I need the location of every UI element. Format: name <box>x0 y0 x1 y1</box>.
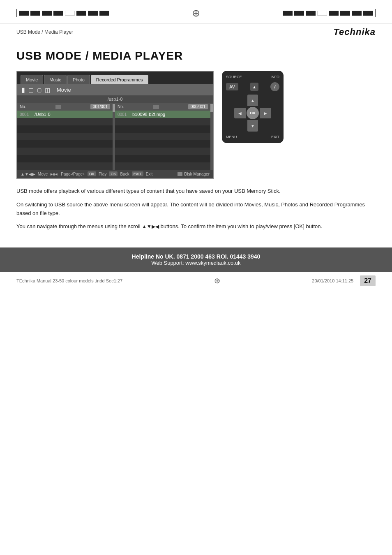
tab-movie[interactable]: Movie <box>21 75 43 84</box>
play-label: Play <box>99 172 106 176</box>
nav-arrows: ▲▼▶◀ <box>142 224 159 229</box>
tv-title-bar: ▮ ◫ ▢ ◫ Movie <box>17 84 213 95</box>
file-browser: No. 001/001 0001 /Usb1-0 <box>17 103 213 170</box>
menu-label: MENU <box>226 135 237 139</box>
tv-path-bar: /usb1-0 <box>17 95 213 103</box>
tab-music[interactable]: Music <box>44 75 67 84</box>
left-file-panel: No. 001/001 0001 /Usb1-0 <box>17 103 113 170</box>
screenshot-area: Movie Music Photo Recorded Programmes ▮ … <box>16 71 376 179</box>
tab-photo[interactable]: Photo <box>67 75 90 84</box>
header: USB Mode / Media Player Technika <box>0 23 392 41</box>
folder-icon-4: ◫ <box>45 87 50 93</box>
left-file-item-4[interactable] <box>17 133 113 140</box>
header-subtitle: USB Mode / Media Player <box>16 29 73 35</box>
right-panel-folder-icon <box>153 105 159 109</box>
exit-btn[interactable]: EXIT <box>132 171 143 176</box>
left-file-item-1[interactable]: 0001 /Usb1-0 <box>17 111 113 118</box>
disk-manager: Disk Manager <box>178 172 210 176</box>
top-print-marks: ⊕ <box>0 0 392 23</box>
web-support-text: Web Support: www.skymediauk.co.uk <box>8 260 384 266</box>
disk-icon <box>178 172 182 176</box>
right-file-item-2[interactable] <box>115 118 210 125</box>
desc-para3-prefix: You can navigate through the menus using… <box>16 223 142 229</box>
page-title: USB MODE / MEDIA PLAYER <box>16 49 376 62</box>
remote-top-labels: SOURCE INFO <box>226 75 279 79</box>
left-file-item-7[interactable] <box>17 155 113 162</box>
tv-screen: Movie Music Photo Recorded Programmes ▮ … <box>16 71 214 179</box>
right-file-item-8[interactable] <box>115 162 210 170</box>
folder-icon-1: ▮ <box>21 86 25 94</box>
right-file-list: 0001 b10098-b2f.mpg <box>115 111 210 170</box>
brand-logo: Technika <box>333 27 376 37</box>
footer: Helpline No UK. 0871 2000 463 ROI. 01443… <box>0 247 392 272</box>
dpad-left-button[interactable]: ◀ <box>234 108 246 118</box>
description-para3: You can navigate through the menus using… <box>16 222 376 231</box>
tab-menu: Movie Music Photo Recorded Programmes <box>17 72 213 84</box>
right-panel-scrollbar <box>210 103 213 170</box>
right-file-panel: No. 000/001 0001 b10098-b2f.mpg <box>115 103 210 170</box>
top-center-crosshair: ⊕ <box>109 7 283 19</box>
right-file-item-3[interactable] <box>115 125 210 133</box>
left-file-item-5[interactable] <box>17 140 113 148</box>
right-scrollbar-thumb <box>210 104 213 112</box>
remote-av-row: AV ▲ i <box>226 82 279 91</box>
remote-up-btn[interactable]: ▲ <box>250 83 258 91</box>
disk-manager-label: Disk Manager <box>184 172 210 176</box>
right-item-1-num: 0001 <box>118 112 130 117</box>
bottom-right: 20/01/2010 14:11:25 27 <box>312 275 376 286</box>
left-file-item-3[interactable] <box>17 125 113 133</box>
info-button[interactable]: i <box>270 82 279 91</box>
right-panel-counter: 000/001 <box>188 104 208 109</box>
dpad-right-button[interactable]: ▶ <box>260 108 271 118</box>
bottom-bar: TEchnika Manual 23-50 colour models .ind… <box>0 272 392 289</box>
tv-content: ▮ ◫ ▢ ◫ Movie /usb1-0 No. <box>17 84 213 178</box>
remote-dpad: ▲ ◀ OK ▶ ▼ <box>234 95 271 132</box>
ok-center-button[interactable]: OK <box>247 107 259 119</box>
right-file-item-4[interactable] <box>115 133 210 140</box>
right-file-item-5[interactable] <box>115 140 210 148</box>
bottom-left-text: TEchnika Manual 23-50 colour models .ind… <box>16 278 122 283</box>
description-para1: USB mode offers playback of various diff… <box>16 187 376 196</box>
right-file-item-6[interactable] <box>115 148 210 155</box>
back-label: Back <box>120 172 129 176</box>
right-panel-label: No. <box>118 104 124 109</box>
ok2-btn[interactable]: OK <box>109 171 118 176</box>
description-section: USB mode offers playback of various diff… <box>16 187 376 231</box>
main-content: USB MODE / MEDIA PLAYER Movie Music Phot… <box>0 41 392 247</box>
helpline-text: Helpline No UK. 0871 2000 463 ROI. 01443… <box>8 253 384 260</box>
left-file-item-6[interactable] <box>17 148 113 155</box>
left-print-marks <box>16 9 109 17</box>
dpad-icon: ▲▼◀▶ <box>21 172 35 176</box>
remote-bottom-labels: MENU EXIT <box>226 135 279 139</box>
right-file-item-1[interactable]: 0001 b10098-b2f.mpg <box>115 111 210 118</box>
desc-para3-suffix: buttons. To confirm the item you wish to… <box>159 223 322 229</box>
page-number: 27 <box>360 275 376 286</box>
source-label: SOURCE <box>226 75 242 79</box>
left-panel-label: No. <box>20 104 26 109</box>
left-panel-folder-icon <box>55 105 61 109</box>
left-item-1-num: 0001 <box>20 112 32 117</box>
bottom-right-text: 20/01/2010 14:11:25 <box>312 278 353 283</box>
move-label: Move <box>38 172 48 176</box>
left-file-item-2[interactable] <box>17 118 113 125</box>
tab-recorded-programmes[interactable]: Recorded Programmes <box>91 75 148 84</box>
tv-bottom-bar: ▲▼◀▶ Move ⏮⏭ Page-/Page+ OK Play OK Back… <box>17 170 213 178</box>
right-panel-header: No. 000/001 <box>115 103 210 111</box>
folder-icon-3: ▢ <box>37 87 42 93</box>
dpad-down-button[interactable]: ▼ <box>247 120 258 132</box>
remote-control: SOURCE INFO AV ▲ i ▲ ◀ OK ▶ ▼ MENU EXIT <box>222 71 284 143</box>
file-browser-wrapper: No. 001/001 0001 /Usb1-0 <box>17 103 213 170</box>
av-button[interactable]: AV <box>226 83 238 90</box>
tv-title-text: Movie <box>57 87 71 93</box>
left-panel-counter: 001/001 <box>90 104 110 109</box>
bottom-crosshair: ⊕ <box>214 276 220 285</box>
left-file-item-8[interactable] <box>17 162 113 170</box>
folder-icon-2: ◫ <box>28 87 34 93</box>
right-print-marks <box>283 9 376 17</box>
left-item-1-name: /Usb1-0 <box>35 112 110 117</box>
left-panel-header: No. 001/001 <box>17 103 113 111</box>
description-para2: On switching to USB source the above men… <box>16 201 376 218</box>
right-file-item-7[interactable] <box>115 155 210 162</box>
ok-btn[interactable]: OK <box>88 171 96 176</box>
dpad-up-button[interactable]: ▲ <box>247 95 258 106</box>
